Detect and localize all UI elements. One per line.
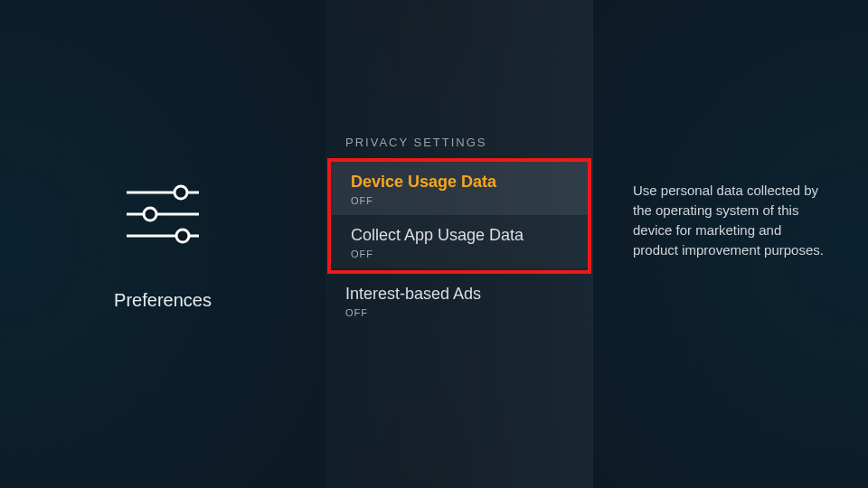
setting-title: Device Usage Data [351, 173, 568, 192]
setting-value: OFF [345, 307, 573, 318]
svg-point-1 [175, 186, 187, 199]
setting-device-usage-data[interactable]: Device Usage Data OFF [331, 162, 588, 215]
setting-value: OFF [351, 195, 568, 206]
settings-screen: Preferences PRIVACY SETTINGS Device Usag… [0, 0, 868, 488]
description-pane: Use personal data collected by the opera… [593, 0, 868, 488]
setting-title: Interest-based Ads [345, 285, 573, 304]
setting-interest-based-ads[interactable]: Interest-based Ads OFF [326, 274, 593, 327]
left-pane-title: Preferences [114, 290, 212, 311]
setting-collect-app-usage-data[interactable]: Collect App Usage Data OFF [331, 215, 588, 268]
left-pane: Preferences [0, 0, 326, 488]
annotation-highlight: Device Usage Data OFF Collect App Usage … [327, 158, 591, 274]
settings-list: PRIVACY SETTINGS Device Usage Data OFF C… [326, 0, 593, 488]
setting-value: OFF [351, 249, 568, 259]
svg-point-3 [144, 208, 156, 221]
preferences-icon [119, 178, 206, 254]
section-header: PRIVACY SETTINGS [326, 136, 593, 158]
svg-point-5 [176, 230, 189, 242]
setting-title: Collect App Usage Data [351, 226, 568, 245]
setting-description: Use personal data collected by the opera… [633, 181, 825, 260]
